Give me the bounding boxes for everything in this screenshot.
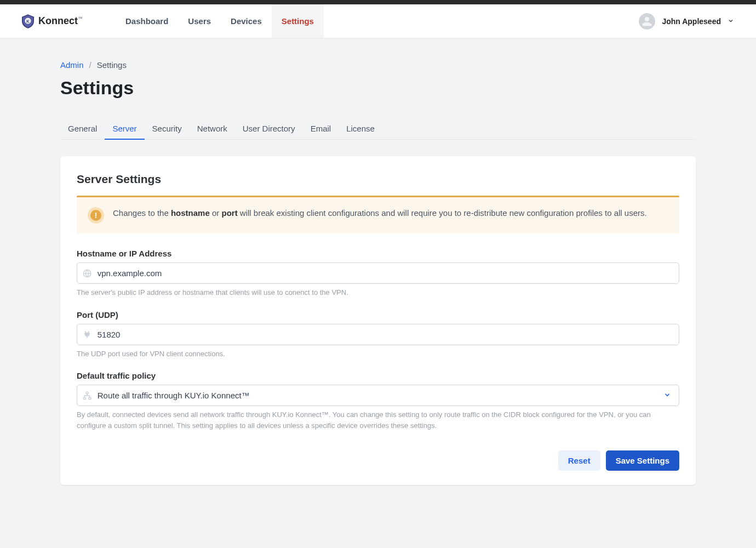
network-icon (77, 391, 98, 400)
logo[interactable]: K Konnect™ (22, 14, 83, 28)
card-title: Server Settings (77, 173, 679, 186)
brand-name: Konnect™ (38, 15, 83, 27)
tab-user-directory[interactable]: User Directory (235, 118, 303, 140)
header: K Konnect™ Dashboard Users Devices Setti… (0, 4, 756, 38)
breadcrumb-separator: / (89, 60, 91, 70)
top-strip (0, 0, 756, 4)
nav-users[interactable]: Users (178, 4, 221, 38)
port-label: Port (UDP) (77, 310, 679, 319)
traffic-policy-select[interactable] (98, 385, 679, 406)
main-container: Admin / Settings Settings General Server… (60, 38, 696, 518)
svg-rect-4 (86, 392, 88, 393)
plug-icon (77, 330, 98, 339)
traffic-policy-help: By default, connected devices send all n… (77, 409, 679, 431)
tab-general[interactable]: General (60, 118, 105, 140)
settings-tabs: General Server Security Network User Dir… (60, 118, 696, 140)
page-title: Settings (60, 77, 696, 99)
user-menu[interactable]: John Appleseed (639, 13, 734, 30)
svg-rect-6 (89, 397, 91, 399)
tab-license[interactable]: License (339, 118, 382, 140)
hostname-input-wrap (77, 262, 679, 284)
port-field: Port (UDP) The UDP port used for VPN cli… (77, 310, 679, 359)
warning-alert: ! Changes to the hostname or port will b… (77, 196, 679, 233)
server-settings-card: Server Settings ! Changes to the hostnam… (60, 156, 696, 485)
nav-settings[interactable]: Settings (272, 4, 324, 38)
svg-rect-5 (84, 397, 86, 399)
warning-icon: ! (88, 207, 104, 224)
user-name: John Appleseed (662, 17, 721, 26)
tab-email[interactable]: Email (303, 118, 339, 140)
port-input-wrap (77, 324, 679, 345)
traffic-policy-label: Default traffic policy (77, 371, 679, 380)
port-input[interactable] (98, 324, 679, 345)
hostname-field: Hostname or IP Address The server's publ… (77, 249, 679, 298)
port-help: The UDP port used for VPN client connect… (77, 349, 679, 359)
breadcrumb-current: Settings (97, 60, 127, 70)
breadcrumb: Admin / Settings (60, 60, 696, 70)
main-nav: Dashboard Users Devices Settings (116, 4, 324, 38)
form-actions: Reset Save Settings (77, 450, 679, 471)
svg-text:K: K (26, 19, 30, 24)
shield-icon: K (22, 14, 34, 28)
traffic-policy-field: Default traffic policy By default, conne… (77, 371, 679, 431)
hostname-label: Hostname or IP Address (77, 249, 679, 258)
breadcrumb-admin[interactable]: Admin (60, 60, 84, 70)
hostname-help: The server's public IP address or hostna… (77, 287, 679, 298)
avatar-icon (639, 13, 655, 30)
tab-network[interactable]: Network (190, 118, 235, 140)
traffic-policy-select-wrap[interactable] (77, 385, 679, 406)
chevron-down-icon (728, 17, 734, 26)
hostname-input[interactable] (98, 263, 679, 283)
nav-devices[interactable]: Devices (221, 4, 272, 38)
save-button[interactable]: Save Settings (606, 450, 679, 471)
reset-button[interactable]: Reset (558, 450, 600, 471)
warning-text: Changes to the hostname or port will bre… (113, 207, 647, 220)
tab-security[interactable]: Security (145, 118, 190, 140)
tab-server[interactable]: Server (105, 118, 144, 140)
globe-icon (77, 269, 98, 278)
nav-dashboard[interactable]: Dashboard (116, 4, 178, 38)
